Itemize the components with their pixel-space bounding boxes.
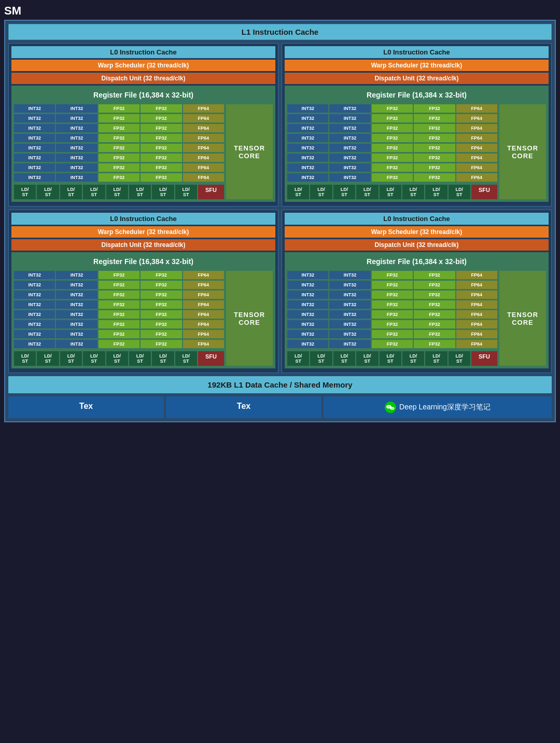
ldst-cell-3-7: LD/ST: [152, 351, 174, 366]
core-cell-4-5-4: FP32: [414, 310, 455, 319]
ldst-cell-1-4: LD/ST: [83, 185, 105, 199]
core-row-2-3: INT32INT32FP32FP32FP64: [287, 124, 497, 132]
bottom-bars: 192KB L1 Data Cache / Shared Memory Tex …: [8, 376, 552, 418]
ldst-cell-1-6: LD/ST: [129, 185, 151, 199]
core-row-3-2: INT32INT32FP32FP32FP64: [14, 281, 224, 289]
core-cell-2-4-2: INT32: [329, 134, 370, 142]
register-file-label-2: Register File (16,384 x 32-bit): [287, 88, 546, 102]
watermark-cell: Deep Learning深度学习笔记: [324, 396, 552, 418]
ldst-cell-4-5: LD/ST: [380, 351, 401, 366]
core-cell-2-4-4: FP32: [414, 134, 455, 142]
core-row-3-5: INT32INT32FP32FP32FP64: [14, 310, 224, 319]
core-row-3-3: INT32INT32FP32FP32FP64: [14, 291, 224, 299]
core-cell-3-8-3: FP32: [99, 340, 139, 348]
register-file-3: Register File (16,384 x 32-bit)INT32INT3…: [11, 252, 275, 368]
core-cell-4-8-2: INT32: [329, 340, 370, 348]
quadrants-grid: L0 Instruction CacheWarp Scheduler (32 t…: [8, 43, 552, 373]
core-cell-4-6-1: INT32: [287, 320, 328, 328]
warp-scheduler-3: Warp Scheduler (32 thread/clk): [11, 226, 275, 238]
core-cell-2-1-5: FP64: [456, 104, 497, 113]
core-cell-4-2-5: FP64: [456, 281, 497, 289]
core-cell-4-1-3: FP32: [372, 271, 413, 279]
core-cell-2-8-2: INT32: [329, 173, 370, 182]
core-cell-1-3-3: FP32: [99, 124, 139, 132]
core-cell-4-5-2: INT32: [329, 310, 370, 319]
core-row-3-8: INT32INT32FP32FP32FP64: [14, 340, 224, 348]
core-cell-4-2-4: FP32: [414, 281, 455, 289]
core-cell-2-6-2: INT32: [329, 154, 370, 162]
warp-scheduler-2: Warp Scheduler (32 thread/clk): [285, 60, 549, 71]
core-cell-2-6-1: INT32: [287, 154, 328, 162]
l1-instruction-cache: L1 Instruction Cache: [8, 24, 552, 40]
ldst-cell-3-8: LD/ST: [175, 351, 197, 366]
warp-scheduler-4: Warp Scheduler (32 thread/clk): [285, 226, 549, 238]
tensor-core-1: TENSOR CORE: [226, 104, 273, 199]
core-cell-3-8-2: INT32: [56, 340, 97, 348]
register-file-label-3: Register File (16,384 x 32-bit): [14, 255, 273, 268]
core-cell-3-7-1: INT32: [14, 330, 55, 338]
core-cell-4-1-1: INT32: [287, 271, 328, 279]
register-file-1: Register File (16,384 x 32-bit)INT32INT3…: [11, 86, 275, 202]
core-cell-2-6-5: FP64: [456, 154, 497, 162]
register-file-label-1: Register File (16,384 x 32-bit): [14, 88, 273, 102]
core-cell-1-7-5: FP64: [183, 163, 224, 172]
core-cell-1-2-2: INT32: [56, 114, 97, 122]
ldst-cell-2-2: LD/ST: [310, 185, 332, 199]
core-cell-1-6-5: FP64: [183, 154, 224, 162]
core-cell-3-5-5: FP64: [183, 310, 224, 319]
ldst-cell-2-7: LD/ST: [425, 185, 447, 199]
core-cell-3-2-1: INT32: [14, 281, 55, 289]
core-cell-1-6-1: INT32: [14, 154, 55, 162]
core-cell-1-3-5: FP64: [183, 124, 224, 132]
core-cell-1-3-1: INT32: [14, 124, 55, 132]
core-row-4-7: INT32INT32FP32FP32FP64: [287, 330, 497, 338]
ldst-cell-1-3: LD/ST: [60, 185, 82, 199]
core-row-4-6: INT32INT32FP32FP32FP64: [287, 320, 497, 328]
core-cell-3-2-4: FP32: [141, 281, 181, 289]
core-cell-2-6-4: FP32: [414, 154, 455, 162]
core-cell-1-2-4: FP32: [141, 114, 181, 122]
core-row-1-4: INT32INT32FP32FP32FP64: [14, 134, 224, 142]
core-cell-3-3-3: FP32: [99, 291, 139, 299]
core-cell-1-5-5: FP64: [183, 144, 224, 152]
core-cell-1-2-1: INT32: [14, 114, 55, 122]
core-cell-3-1-3: FP32: [99, 271, 139, 279]
core-cell-2-8-3: FP32: [372, 173, 413, 182]
core-cell-4-7-2: INT32: [329, 330, 370, 338]
core-cell-3-7-5: FP64: [183, 330, 224, 338]
core-row-2-6: INT32INT32FP32FP32FP64: [287, 154, 497, 162]
core-cell-4-6-2: INT32: [329, 320, 370, 328]
core-row-4-1: INT32INT32FP32FP32FP64: [287, 271, 497, 279]
core-cell-4-5-3: FP32: [372, 310, 413, 319]
core-cell-4-6-5: FP64: [456, 320, 497, 328]
core-row-2-8: INT32INT32FP32FP32FP64: [287, 173, 497, 182]
wechat-icon: [385, 402, 396, 413]
core-cell-1-4-4: FP32: [141, 134, 181, 142]
ldst-cell-3-6: LD/ST: [129, 351, 151, 366]
dispatch-unit-3: Dispatch Unit (32 thread/clk): [11, 239, 275, 251]
core-cell-3-7-2: INT32: [56, 330, 97, 338]
core-row-3-1: INT32INT32FP32FP32FP64: [14, 271, 224, 279]
tensor-core-2: TENSOR CORE: [499, 104, 546, 199]
core-cell-4-2-2: INT32: [329, 281, 370, 289]
watermark-text: Deep Learning深度学习笔记: [399, 403, 491, 412]
core-cell-2-6-3: FP32: [372, 154, 413, 162]
core-cell-1-8-3: FP32: [99, 173, 139, 182]
core-cell-3-6-4: FP32: [141, 320, 181, 328]
core-cell-3-6-5: FP64: [183, 320, 224, 328]
core-cell-2-3-4: FP32: [414, 124, 455, 132]
register-file-4: Register File (16,384 x 32-bit)INT32INT3…: [285, 252, 549, 368]
core-row-2-7: INT32INT32FP32FP32FP64: [287, 163, 497, 172]
core-cell-4-8-1: INT32: [287, 340, 328, 348]
core-cell-2-2-2: INT32: [329, 114, 370, 122]
dispatch-unit-1: Dispatch Unit (32 thread/clk): [11, 73, 275, 84]
core-cell-1-7-3: FP32: [99, 163, 139, 172]
register-file-2: Register File (16,384 x 32-bit)INT32INT3…: [285, 86, 549, 202]
core-cell-2-1-1: INT32: [287, 104, 328, 113]
core-cell-3-8-5: FP64: [183, 340, 224, 348]
core-cell-2-5-4: FP32: [414, 144, 455, 152]
l0-cache-4: L0 Instruction Cache: [285, 213, 549, 225]
core-row-4-4: INT32INT32FP32FP32FP64: [287, 300, 497, 309]
ldst-cell-1-7: LD/ST: [152, 185, 174, 199]
ldst-cell-2-8: LD/ST: [449, 185, 470, 199]
